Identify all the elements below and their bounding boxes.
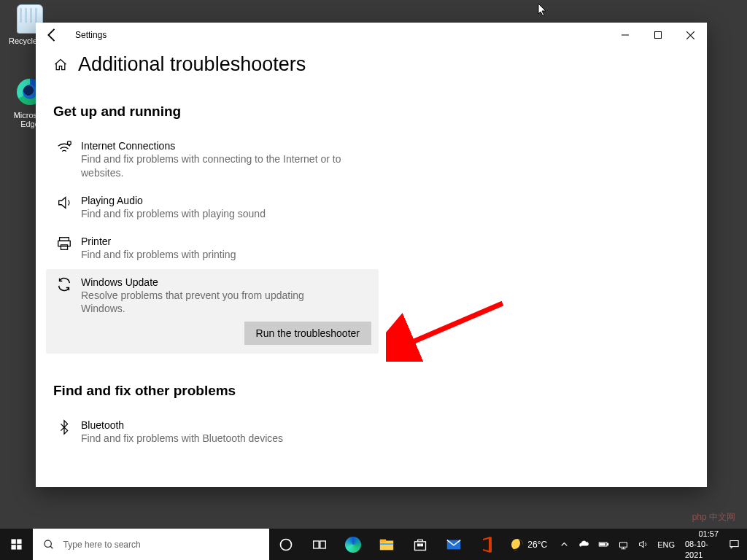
tray-datetime[interactable]: 01:57 08-10-2021 bbox=[679, 529, 724, 560]
svg-rect-22 bbox=[418, 544, 420, 546]
svg-rect-9 bbox=[11, 539, 15, 543]
svg-rect-12 bbox=[17, 545, 21, 549]
section-title-other: Find and fix other problems bbox=[53, 383, 697, 399]
taskbar-explorer-icon[interactable] bbox=[370, 529, 403, 560]
search-placeholder: Type here to search bbox=[63, 540, 141, 550]
desktop: Recycle Bin Microsoft Edge Settings bbox=[0, 0, 747, 560]
tray-notifications-icon[interactable] bbox=[724, 529, 744, 560]
svg-rect-4 bbox=[68, 141, 71, 145]
page-title: Additional troubleshooters bbox=[78, 53, 306, 76]
taskbar-store-icon[interactable] bbox=[403, 529, 437, 560]
svg-rect-6 bbox=[58, 241, 71, 246]
ts-title: Playing Audio bbox=[81, 195, 266, 206]
section-title-running: Get up and running bbox=[53, 104, 697, 120]
svg-rect-11 bbox=[11, 545, 15, 549]
svg-rect-17 bbox=[320, 541, 326, 548]
system-tray: 26°C ENG 01:57 08-10-2021 bbox=[504, 529, 747, 560]
svg-rect-26 bbox=[608, 543, 608, 545]
troubleshooter-bluetooth[interactable]: Bluetooth Find and fix problems with Blu… bbox=[46, 412, 697, 453]
tray-volume-icon[interactable] bbox=[633, 529, 653, 560]
taskbar: Type here to search bbox=[0, 529, 747, 560]
weather-temp: 26°C bbox=[527, 540, 547, 550]
taskbar-edge-icon[interactable] bbox=[336, 529, 370, 560]
settings-window: Settings Additional troubleshooters Get … bbox=[36, 23, 707, 487]
svg-rect-5 bbox=[60, 237, 69, 241]
ts-title: Bluetooth bbox=[81, 419, 283, 431]
run-troubleshooter-button[interactable]: Run the troubleshooter bbox=[244, 322, 371, 345]
troubleshooter-playing-audio[interactable]: Playing Audio Find and fix problems with… bbox=[46, 187, 697, 228]
svg-rect-27 bbox=[600, 543, 605, 545]
close-button[interactable] bbox=[674, 24, 707, 46]
tray-battery-icon[interactable] bbox=[594, 529, 614, 560]
ts-desc: Find and fix problems with connecting to… bbox=[81, 152, 351, 180]
svg-rect-19 bbox=[380, 539, 386, 542]
tray-time: 01:57 bbox=[698, 529, 719, 539]
ts-desc: Find and fix problems with Bluetooth dev… bbox=[81, 432, 283, 446]
taskbar-pinned bbox=[269, 529, 504, 560]
taskbar-office-icon[interactable] bbox=[471, 529, 504, 560]
maximize-button[interactable] bbox=[641, 24, 674, 46]
svg-rect-10 bbox=[17, 539, 21, 543]
ts-desc: Resolve problems that prevent you from u… bbox=[81, 289, 351, 316]
tray-overflow-icon[interactable] bbox=[554, 529, 574, 560]
svg-rect-21 bbox=[415, 541, 426, 550]
troubleshooter-internet-connections[interactable]: Internet Connections Find and fix proble… bbox=[46, 133, 697, 187]
page-header: Additional troubleshooters bbox=[36, 47, 707, 76]
back-button[interactable] bbox=[42, 25, 62, 45]
watermark: php 中文网 bbox=[692, 511, 735, 524]
cortana-icon[interactable] bbox=[269, 529, 303, 560]
search-icon bbox=[43, 539, 55, 551]
tray-network-icon[interactable] bbox=[614, 529, 633, 560]
content: Get up and running Internet Connections … bbox=[36, 76, 707, 487]
titlebar: Settings bbox=[36, 23, 707, 47]
tray-date: 08-10-2021 bbox=[685, 539, 719, 560]
app-title: Settings bbox=[75, 30, 107, 40]
window-controls bbox=[608, 24, 707, 46]
svg-rect-1 bbox=[654, 32, 661, 39]
ts-title: Printer bbox=[81, 236, 236, 247]
svg-rect-18 bbox=[380, 540, 393, 550]
tray-onedrive-icon[interactable] bbox=[574, 529, 594, 560]
cursor-icon bbox=[538, 3, 548, 20]
taskbar-search[interactable]: Type here to search bbox=[33, 529, 270, 560]
svg-rect-31 bbox=[730, 541, 738, 547]
ts-desc: Find and fix problems with playing sound bbox=[81, 207, 266, 221]
svg-rect-20 bbox=[380, 543, 393, 545]
sync-icon bbox=[53, 276, 75, 298]
ts-desc: Find and fix problems with printing bbox=[81, 248, 236, 262]
home-icon[interactable] bbox=[53, 58, 68, 72]
taskbar-mail-icon[interactable] bbox=[437, 529, 471, 560]
svg-point-13 bbox=[44, 540, 51, 547]
printer-icon bbox=[53, 236, 75, 257]
svg-rect-23 bbox=[421, 544, 423, 546]
moon-icon bbox=[511, 539, 523, 551]
svg-point-15 bbox=[281, 539, 292, 550]
troubleshooter-printer[interactable]: Printer Find and fix problems with print… bbox=[46, 228, 697, 269]
svg-rect-7 bbox=[61, 245, 67, 249]
taskbar-weather[interactable]: 26°C bbox=[504, 529, 554, 560]
svg-rect-16 bbox=[314, 541, 320, 548]
ts-title: Windows Update bbox=[81, 276, 351, 288]
wifi-icon bbox=[53, 140, 75, 162]
ts-title: Internet Connections bbox=[81, 140, 351, 152]
svg-line-14 bbox=[50, 546, 53, 548]
task-view-icon[interactable] bbox=[303, 529, 336, 560]
bluetooth-icon bbox=[53, 419, 75, 441]
speaker-icon bbox=[53, 195, 75, 217]
start-button[interactable] bbox=[0, 529, 33, 560]
troubleshooter-windows-update[interactable]: Windows Update Resolve problems that pre… bbox=[46, 269, 379, 354]
tray-language-icon[interactable]: ENG bbox=[653, 529, 679, 560]
svg-rect-28 bbox=[620, 542, 627, 547]
minimize-button[interactable] bbox=[608, 24, 641, 46]
